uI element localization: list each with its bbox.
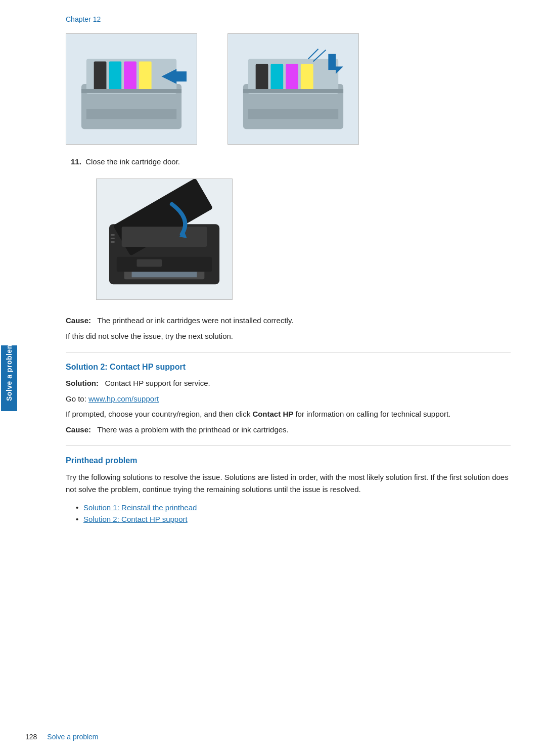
svg-rect-6 bbox=[139, 62, 152, 92]
solution2-text: Solution: Contact HP support for service… bbox=[66, 378, 511, 389]
svg-rect-9 bbox=[86, 109, 176, 119]
svg-rect-14 bbox=[270, 64, 283, 92]
solution2-block: Solution 2: Contact HP support Solution:… bbox=[66, 363, 511, 435]
footer-section-label: Solve a problem bbox=[47, 733, 98, 741]
solution2-heading: Solution 2: Contact HP support bbox=[66, 363, 511, 372]
printhead-bullets: Solution 1: Reinstall the printhead Solu… bbox=[66, 503, 511, 523]
svg-rect-20 bbox=[243, 89, 343, 93]
printer-image-container bbox=[96, 179, 511, 300]
svg-rect-33 bbox=[136, 259, 162, 267]
bullet-item-1: Solution 1: Reinstall the printhead bbox=[76, 503, 511, 512]
solution2-cause-label: Cause: bbox=[66, 425, 91, 434]
bullet-item-2: Solution 2: Contact HP support bbox=[76, 515, 511, 523]
if-prompted-text: If prompted, choose your country/region,… bbox=[66, 410, 252, 418]
svg-rect-32 bbox=[117, 257, 212, 272]
step-text: Close the ink cartridge door. bbox=[85, 157, 180, 166]
images-row bbox=[66, 33, 511, 145]
svg-rect-5 bbox=[124, 62, 136, 92]
printhead-heading: Printhead problem bbox=[66, 456, 511, 465]
cause-label: Cause: bbox=[66, 316, 91, 325]
printhead-body: Try the following solutions to resolve t… bbox=[66, 471, 511, 496]
solution2-detail: Contact HP support for service. bbox=[105, 379, 210, 387]
solution1-reinstall-link[interactable]: Solution 1: Reinstall the printhead bbox=[83, 503, 197, 512]
printhead-section: Printhead problem Try the following solu… bbox=[66, 456, 511, 523]
divider-1 bbox=[66, 352, 511, 352]
solution-label: Solution: bbox=[66, 379, 99, 387]
svg-rect-25 bbox=[122, 227, 207, 247]
svg-rect-29 bbox=[111, 234, 115, 236]
svg-rect-4 bbox=[109, 62, 121, 92]
contact-hp-bold: Contact HP bbox=[252, 410, 293, 418]
page-number: 128 bbox=[25, 733, 37, 741]
printer-image bbox=[96, 179, 233, 300]
svg-rect-13 bbox=[256, 64, 268, 92]
solution2-cause-text: There was a problem with the printhead o… bbox=[97, 425, 289, 434]
hp-support-link[interactable]: www.hp.com/support bbox=[88, 394, 159, 403]
step-number: 11. bbox=[71, 157, 81, 166]
svg-rect-30 bbox=[111, 238, 115, 239]
divider-2 bbox=[66, 446, 511, 446]
svg-rect-31 bbox=[111, 241, 115, 243]
step-11-instruction: 11. Close the ink cartridge door. bbox=[71, 157, 511, 166]
if-prompted-line: If prompted, choose your country/region,… bbox=[66, 409, 511, 420]
sidebar-tab: Solve a problem bbox=[1, 345, 17, 411]
svg-rect-3 bbox=[94, 62, 107, 92]
if-prompted-suffix: for information on calling for technical… bbox=[293, 410, 450, 418]
followup-text: If this did not solve the issue, try the… bbox=[66, 331, 511, 342]
solution2-cause: Cause: There was a problem with the prin… bbox=[66, 424, 511, 436]
svg-rect-21 bbox=[248, 109, 338, 119]
cartridge-image-left bbox=[66, 33, 197, 145]
chapter-heading: Chapter 12 bbox=[66, 15, 511, 23]
page-footer: 128 Solve a problem bbox=[25, 733, 521, 741]
solution2-contact-hp-link[interactable]: Solution 2: Contact HP support bbox=[83, 515, 188, 523]
cause-block: Cause: The printhead or ink cartridges w… bbox=[66, 315, 511, 327]
cause-detail: The printhead or ink cartridges were not… bbox=[97, 316, 293, 325]
goto-prefix: Go to: bbox=[66, 394, 88, 403]
svg-rect-8 bbox=[81, 89, 181, 93]
goto-line: Go to: www.hp.com/support bbox=[66, 393, 511, 405]
svg-rect-15 bbox=[286, 64, 298, 92]
cartridge-image-right bbox=[228, 33, 359, 145]
svg-rect-16 bbox=[301, 64, 313, 92]
